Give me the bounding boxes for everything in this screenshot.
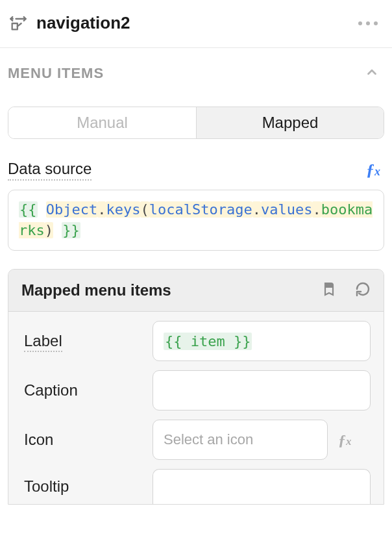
field-label-caption: Caption bbox=[24, 381, 78, 399]
section-title: MENU ITEMS bbox=[8, 65, 104, 82]
more-menu-button[interactable] bbox=[356, 19, 380, 28]
caption-input[interactable] bbox=[153, 370, 371, 410]
chevron-up-icon bbox=[365, 65, 379, 82]
reset-icon[interactable] bbox=[355, 281, 371, 299]
tab-manual[interactable]: Manual bbox=[8, 107, 196, 138]
component-title: navigation2 bbox=[36, 13, 130, 33]
mapped-items-card: Mapped menu items Label {{ item }} bbox=[8, 269, 384, 505]
field-label-icon: Icon bbox=[24, 431, 53, 448]
code-token: localStorage bbox=[149, 201, 252, 218]
mapped-items-actions bbox=[321, 281, 371, 299]
mode-tabs: Manual Mapped bbox=[8, 107, 384, 139]
tooltip-input[interactable] bbox=[153, 469, 371, 504]
bookmark-icon[interactable] bbox=[321, 281, 337, 299]
code-token: }} bbox=[62, 222, 80, 238]
code-token: ) bbox=[45, 222, 53, 238]
field-row-label: Label {{ item }} bbox=[8, 312, 384, 361]
panel-header: navigation2 bbox=[0, 0, 392, 48]
data-source-header: Data source ƒx bbox=[0, 139, 392, 181]
tab-mapped[interactable]: Mapped bbox=[196, 107, 384, 138]
code-token: . bbox=[97, 201, 106, 218]
mapped-items-header: Mapped menu items bbox=[8, 270, 384, 312]
dot-icon bbox=[366, 21, 370, 25]
field-label-tooltip: Tooltip bbox=[24, 477, 69, 495]
code-token: . bbox=[312, 201, 321, 218]
dot-icon bbox=[374, 21, 378, 25]
code-token: ( bbox=[140, 201, 149, 218]
icon-placeholder: Select an icon bbox=[164, 431, 253, 448]
mapped-items-title: Mapped menu items bbox=[21, 281, 171, 299]
field-row-icon: Icon Select an icon ƒx bbox=[8, 410, 384, 460]
field-row-tooltip: Tooltip bbox=[8, 460, 384, 504]
label-input[interactable]: {{ item }} bbox=[153, 321, 371, 361]
field-row-caption: Caption bbox=[8, 361, 384, 410]
component-icon bbox=[9, 14, 27, 32]
section-header[interactable]: MENU ITEMS bbox=[0, 48, 392, 82]
code-token: keys bbox=[106, 201, 140, 218]
code-token: values bbox=[261, 201, 312, 218]
code-token: {{ bbox=[19, 201, 38, 218]
data-source-label[interactable]: Data source bbox=[8, 160, 92, 181]
field-label-label[interactable]: Label bbox=[24, 332, 62, 352]
code-token: . bbox=[252, 201, 261, 218]
fx-toggle-button[interactable]: ƒx bbox=[366, 160, 380, 180]
dot-icon bbox=[358, 21, 362, 25]
icon-select[interactable]: Select an icon bbox=[153, 420, 328, 460]
header-left: navigation2 bbox=[9, 13, 130, 33]
fx-toggle-icon-button[interactable]: ƒx bbox=[338, 431, 352, 449]
data-source-input[interactable]: {{ Object.keys(localStorage.values.bookm… bbox=[8, 190, 384, 251]
code-token: {{ item }} bbox=[164, 333, 252, 350]
code-token: Object bbox=[46, 201, 97, 218]
